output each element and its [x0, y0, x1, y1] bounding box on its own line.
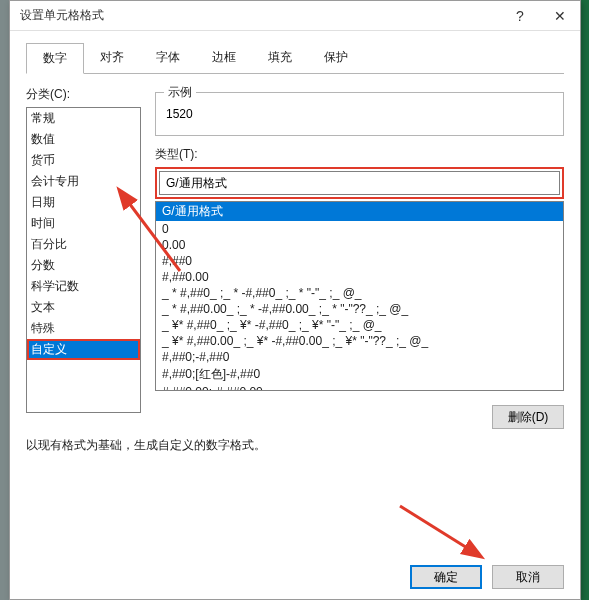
category-item[interactable]: 百分比 — [27, 234, 140, 255]
format-listbox[interactable]: G/通用格式00.00#,##0#,##0.00_ * #,##0_ ;_ * … — [155, 201, 564, 391]
category-item[interactable]: 会计专用 — [27, 171, 140, 192]
format-item[interactable]: G/通用格式 — [156, 202, 563, 221]
category-item[interactable]: 数值 — [27, 129, 140, 150]
type-input-highlight — [155, 167, 564, 199]
example-value: 1520 — [166, 103, 553, 121]
titlebar: 设置单元格格式 ? ✕ — [10, 1, 580, 31]
category-label: 分类(C): — [26, 86, 141, 103]
help-icon: ? — [516, 8, 524, 24]
category-item[interactable]: 科学记数 — [27, 276, 140, 297]
example-group: 示例 1520 — [155, 92, 564, 136]
format-item[interactable]: 0.00 — [156, 237, 563, 253]
format-item[interactable]: _ * #,##0.00_ ;_ * -#,##0.00_ ;_ * "-"??… — [156, 301, 563, 317]
tab-number[interactable]: 数字 — [26, 43, 84, 74]
category-item[interactable]: 时间 — [27, 213, 140, 234]
format-item[interactable]: #,##0;-#,##0 — [156, 349, 563, 365]
format-item[interactable]: #,##0 — [156, 253, 563, 269]
category-listbox[interactable]: 常规数值货币会计专用日期时间百分比分数科学记数文本特殊自定义 — [26, 107, 141, 413]
type-input[interactable] — [159, 171, 560, 195]
svg-line-1 — [400, 506, 480, 556]
help-button[interactable]: ? — [500, 1, 540, 30]
category-item[interactable]: 常规 — [27, 108, 140, 129]
delete-button[interactable]: 删除(D) — [492, 405, 564, 429]
annotation-arrow-2 — [390, 496, 500, 576]
category-item[interactable]: 特殊 — [27, 318, 140, 339]
tab-alignment[interactable]: 对齐 — [84, 43, 140, 74]
cancel-button[interactable]: 取消 — [492, 565, 564, 589]
tab-protection[interactable]: 保护 — [308, 43, 364, 74]
format-item[interactable]: #,##0.00 — [156, 269, 563, 285]
category-item[interactable]: 分数 — [27, 255, 140, 276]
type-label: 类型(T): — [155, 146, 564, 163]
tab-border[interactable]: 边框 — [196, 43, 252, 74]
dialog-footer: 确定 取消 — [410, 565, 564, 589]
category-item[interactable]: 日期 — [27, 192, 140, 213]
tab-fill[interactable]: 填充 — [252, 43, 308, 74]
format-item[interactable]: #,##0;[红色]-#,##0 — [156, 365, 563, 384]
format-item[interactable]: #,##0.00;-#,##0.00 — [156, 384, 563, 391]
format-item[interactable]: _ ¥* #,##0.00_ ;_ ¥* -#,##0.00_ ;_ ¥* "-… — [156, 333, 563, 349]
tab-font[interactable]: 字体 — [140, 43, 196, 74]
format-cells-dialog: 设置单元格格式 ? ✕ 数字 对齐 字体 边框 填充 保护 分类(C): 常规数… — [9, 0, 581, 600]
category-item[interactable]: 自定义 — [27, 339, 140, 360]
close-icon: ✕ — [554, 8, 566, 24]
format-item[interactable]: _ ¥* #,##0_ ;_ ¥* -#,##0_ ;_ ¥* "-"_ ;_ … — [156, 317, 563, 333]
format-item[interactable]: 0 — [156, 221, 563, 237]
example-group-label: 示例 — [164, 84, 196, 101]
category-item[interactable]: 文本 — [27, 297, 140, 318]
hint-text: 以现有格式为基础，生成自定义的数字格式。 — [10, 429, 580, 454]
ok-button[interactable]: 确定 — [410, 565, 482, 589]
close-button[interactable]: ✕ — [540, 1, 580, 30]
tab-bar: 数字 对齐 字体 边框 填充 保护 — [10, 31, 580, 74]
dialog-title: 设置单元格格式 — [20, 7, 500, 24]
format-item[interactable]: _ * #,##0_ ;_ * -#,##0_ ;_ * "-"_ ;_ @_ — [156, 285, 563, 301]
category-item[interactable]: 货币 — [27, 150, 140, 171]
